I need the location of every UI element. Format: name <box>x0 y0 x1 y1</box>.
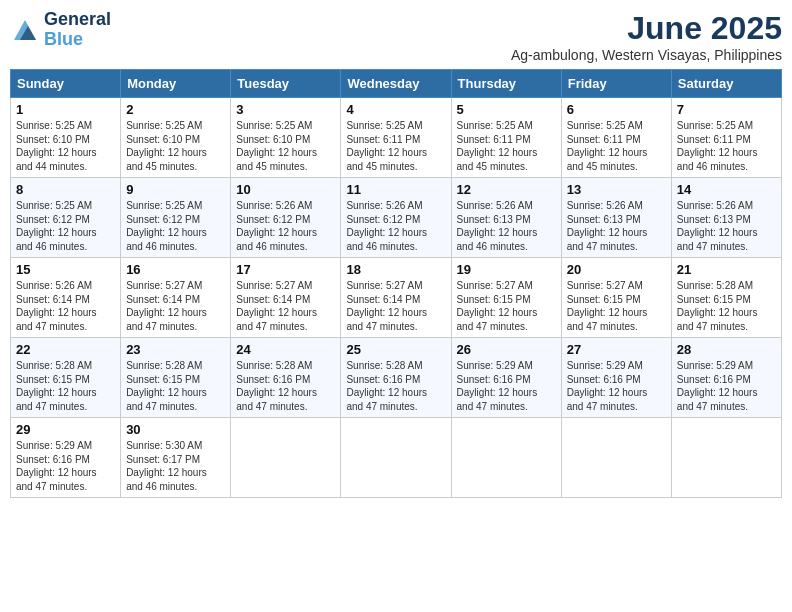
day-info: Sunrise: 5:27 AM Sunset: 6:14 PM Dayligh… <box>346 279 445 333</box>
day-info: Sunrise: 5:28 AM Sunset: 6:15 PM Dayligh… <box>126 359 225 413</box>
weekday-header: Saturday <box>671 70 781 98</box>
location-title: Ag-ambulong, Western Visayas, Philippine… <box>511 47 782 63</box>
calendar-cell: 26Sunrise: 5:29 AM Sunset: 6:16 PM Dayli… <box>451 338 561 418</box>
day-info: Sunrise: 5:26 AM Sunset: 6:13 PM Dayligh… <box>457 199 556 253</box>
day-number: 7 <box>677 102 776 117</box>
calendar-cell: 22Sunrise: 5:28 AM Sunset: 6:15 PM Dayli… <box>11 338 121 418</box>
day-info: Sunrise: 5:29 AM Sunset: 6:16 PM Dayligh… <box>567 359 666 413</box>
calendar-cell: 20Sunrise: 5:27 AM Sunset: 6:15 PM Dayli… <box>561 258 671 338</box>
day-info: Sunrise: 5:30 AM Sunset: 6:17 PM Dayligh… <box>126 439 225 493</box>
calendar-cell: 4Sunrise: 5:25 AM Sunset: 6:11 PM Daylig… <box>341 98 451 178</box>
day-info: Sunrise: 5:27 AM Sunset: 6:15 PM Dayligh… <box>457 279 556 333</box>
weekday-header: Monday <box>121 70 231 98</box>
calendar-cell: 6Sunrise: 5:25 AM Sunset: 6:11 PM Daylig… <box>561 98 671 178</box>
day-number: 29 <box>16 422 115 437</box>
day-info: Sunrise: 5:27 AM Sunset: 6:14 PM Dayligh… <box>126 279 225 333</box>
calendar-cell: 17Sunrise: 5:27 AM Sunset: 6:14 PM Dayli… <box>231 258 341 338</box>
day-number: 1 <box>16 102 115 117</box>
calendar-cell: 5Sunrise: 5:25 AM Sunset: 6:11 PM Daylig… <box>451 98 561 178</box>
calendar-cell <box>341 418 451 498</box>
calendar-cell: 25Sunrise: 5:28 AM Sunset: 6:16 PM Dayli… <box>341 338 451 418</box>
logo: General Blue <box>10 10 111 50</box>
calendar-cell: 13Sunrise: 5:26 AM Sunset: 6:13 PM Dayli… <box>561 178 671 258</box>
day-number: 12 <box>457 182 556 197</box>
calendar-cell <box>671 418 781 498</box>
day-info: Sunrise: 5:27 AM Sunset: 6:15 PM Dayligh… <box>567 279 666 333</box>
day-number: 15 <box>16 262 115 277</box>
calendar-cell: 18Sunrise: 5:27 AM Sunset: 6:14 PM Dayli… <box>341 258 451 338</box>
weekday-header: Friday <box>561 70 671 98</box>
calendar-cell: 14Sunrise: 5:26 AM Sunset: 6:13 PM Dayli… <box>671 178 781 258</box>
weekday-header: Tuesday <box>231 70 341 98</box>
day-info: Sunrise: 5:26 AM Sunset: 6:13 PM Dayligh… <box>677 199 776 253</box>
day-number: 28 <box>677 342 776 357</box>
calendar-cell: 2Sunrise: 5:25 AM Sunset: 6:10 PM Daylig… <box>121 98 231 178</box>
calendar-cell: 11Sunrise: 5:26 AM Sunset: 6:12 PM Dayli… <box>341 178 451 258</box>
day-number: 24 <box>236 342 335 357</box>
calendar-header-row: SundayMondayTuesdayWednesdayThursdayFrid… <box>11 70 782 98</box>
day-number: 18 <box>346 262 445 277</box>
day-info: Sunrise: 5:27 AM Sunset: 6:14 PM Dayligh… <box>236 279 335 333</box>
day-info: Sunrise: 5:25 AM Sunset: 6:11 PM Dayligh… <box>457 119 556 173</box>
calendar-cell: 12Sunrise: 5:26 AM Sunset: 6:13 PM Dayli… <box>451 178 561 258</box>
day-number: 26 <box>457 342 556 357</box>
calendar-cell: 9Sunrise: 5:25 AM Sunset: 6:12 PM Daylig… <box>121 178 231 258</box>
calendar-week-row: 1Sunrise: 5:25 AM Sunset: 6:10 PM Daylig… <box>11 98 782 178</box>
day-number: 10 <box>236 182 335 197</box>
day-info: Sunrise: 5:29 AM Sunset: 6:16 PM Dayligh… <box>677 359 776 413</box>
day-info: Sunrise: 5:28 AM Sunset: 6:16 PM Dayligh… <box>236 359 335 413</box>
logo-text: General Blue <box>44 10 111 50</box>
day-number: 5 <box>457 102 556 117</box>
day-info: Sunrise: 5:25 AM Sunset: 6:12 PM Dayligh… <box>16 199 115 253</box>
calendar-cell <box>231 418 341 498</box>
day-number: 22 <box>16 342 115 357</box>
day-number: 25 <box>346 342 445 357</box>
day-number: 2 <box>126 102 225 117</box>
calendar-cell: 21Sunrise: 5:28 AM Sunset: 6:15 PM Dayli… <box>671 258 781 338</box>
day-number: 4 <box>346 102 445 117</box>
calendar-cell: 24Sunrise: 5:28 AM Sunset: 6:16 PM Dayli… <box>231 338 341 418</box>
calendar-week-row: 22Sunrise: 5:28 AM Sunset: 6:15 PM Dayli… <box>11 338 782 418</box>
day-info: Sunrise: 5:26 AM Sunset: 6:12 PM Dayligh… <box>236 199 335 253</box>
page-header: General Blue June 2025 Ag-ambulong, West… <box>10 10 782 63</box>
day-number: 8 <box>16 182 115 197</box>
day-info: Sunrise: 5:26 AM Sunset: 6:12 PM Dayligh… <box>346 199 445 253</box>
weekday-header: Wednesday <box>341 70 451 98</box>
day-info: Sunrise: 5:26 AM Sunset: 6:14 PM Dayligh… <box>16 279 115 333</box>
title-block: June 2025 Ag-ambulong, Western Visayas, … <box>511 10 782 63</box>
calendar-cell <box>451 418 561 498</box>
day-info: Sunrise: 5:25 AM Sunset: 6:11 PM Dayligh… <box>346 119 445 173</box>
day-number: 23 <box>126 342 225 357</box>
day-info: Sunrise: 5:25 AM Sunset: 6:10 PM Dayligh… <box>236 119 335 173</box>
calendar-cell: 8Sunrise: 5:25 AM Sunset: 6:12 PM Daylig… <box>11 178 121 258</box>
day-info: Sunrise: 5:29 AM Sunset: 6:16 PM Dayligh… <box>457 359 556 413</box>
day-number: 6 <box>567 102 666 117</box>
day-number: 16 <box>126 262 225 277</box>
day-number: 20 <box>567 262 666 277</box>
calendar-cell: 19Sunrise: 5:27 AM Sunset: 6:15 PM Dayli… <box>451 258 561 338</box>
day-number: 13 <box>567 182 666 197</box>
calendar-cell: 10Sunrise: 5:26 AM Sunset: 6:12 PM Dayli… <box>231 178 341 258</box>
day-info: Sunrise: 5:29 AM Sunset: 6:16 PM Dayligh… <box>16 439 115 493</box>
day-number: 11 <box>346 182 445 197</box>
day-info: Sunrise: 5:28 AM Sunset: 6:16 PM Dayligh… <box>346 359 445 413</box>
calendar-week-row: 15Sunrise: 5:26 AM Sunset: 6:14 PM Dayli… <box>11 258 782 338</box>
calendar-cell: 29Sunrise: 5:29 AM Sunset: 6:16 PM Dayli… <box>11 418 121 498</box>
day-number: 14 <box>677 182 776 197</box>
day-number: 19 <box>457 262 556 277</box>
day-info: Sunrise: 5:28 AM Sunset: 6:15 PM Dayligh… <box>677 279 776 333</box>
day-info: Sunrise: 5:25 AM Sunset: 6:11 PM Dayligh… <box>677 119 776 173</box>
day-number: 17 <box>236 262 335 277</box>
calendar-cell: 30Sunrise: 5:30 AM Sunset: 6:17 PM Dayli… <box>121 418 231 498</box>
day-info: Sunrise: 5:25 AM Sunset: 6:10 PM Dayligh… <box>126 119 225 173</box>
day-number: 30 <box>126 422 225 437</box>
calendar-cell: 7Sunrise: 5:25 AM Sunset: 6:11 PM Daylig… <box>671 98 781 178</box>
day-number: 21 <box>677 262 776 277</box>
calendar-cell: 16Sunrise: 5:27 AM Sunset: 6:14 PM Dayli… <box>121 258 231 338</box>
calendar-cell: 1Sunrise: 5:25 AM Sunset: 6:10 PM Daylig… <box>11 98 121 178</box>
logo-icon <box>10 16 40 44</box>
day-number: 9 <box>126 182 225 197</box>
calendar-cell: 23Sunrise: 5:28 AM Sunset: 6:15 PM Dayli… <box>121 338 231 418</box>
calendar-cell: 27Sunrise: 5:29 AM Sunset: 6:16 PM Dayli… <box>561 338 671 418</box>
weekday-header: Sunday <box>11 70 121 98</box>
